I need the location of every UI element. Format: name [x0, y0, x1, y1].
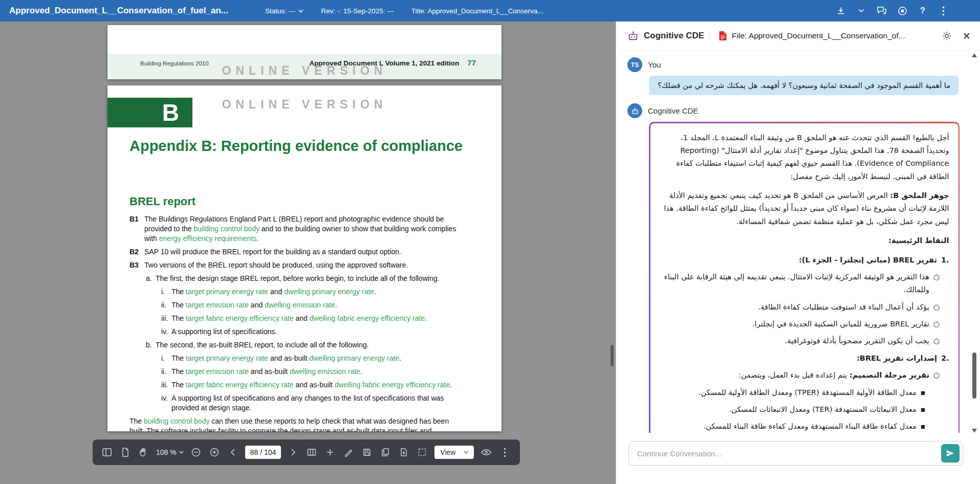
- document-scrollbar-thumb[interactable]: [611, 345, 614, 366]
- text-segment: .: [256, 234, 258, 243]
- link-target-primary-energy-rate[interactable]: target primary energy rate: [186, 288, 268, 296]
- chat-bubbles-icon: [877, 6, 887, 15]
- chat-scrollbar[interactable]: [972, 53, 977, 433]
- list-item-b-i: i. The target primary energy rate and as…: [161, 354, 457, 363]
- text-segment: يتم إعداده قبل بدء العمل، ويتضمن:: [738, 371, 850, 379]
- help-button[interactable]: ?: [917, 5, 929, 17]
- text-segment: .: [374, 288, 376, 296]
- gear-icon: [942, 31, 952, 41]
- chat-input[interactable]: [637, 449, 941, 458]
- snapshot-button[interactable]: [416, 446, 428, 458]
- cognitive-cde-logo-icon: [627, 30, 639, 41]
- active-file-chip[interactable]: File: Approved_Document_L__Conservation_…: [718, 31, 905, 41]
- page-number-input[interactable]: 88 / 104: [245, 446, 281, 459]
- link-dwelling-primary-energy-rate[interactable]: dwelling primary energy rate: [284, 288, 374, 296]
- sidebar-panel-icon: [102, 447, 112, 457]
- item-text: The building control body can then use t…: [129, 416, 457, 431]
- link-dwelling-emission-rate[interactable]: dwelling emission rate: [265, 301, 335, 309]
- sub-bullet-item: ▪ معدل كفاءة طاقة البناء المستهدفة ومعدل…: [660, 420, 949, 433]
- chat-input-row: [628, 441, 963, 466]
- view-mode-dropdown[interactable]: View: [434, 446, 474, 459]
- user-message: TS You ما أهمية القسم الموجود في الصفحة …: [627, 57, 980, 95]
- text-segment: .: [425, 314, 427, 322]
- appendix-heading: Appendix B: Reporting evidence of compli…: [129, 138, 463, 155]
- page-icon: [120, 447, 130, 457]
- zoom-out-button[interactable]: [190, 446, 202, 458]
- download-icon: [836, 6, 845, 15]
- link-energy-efficiency-requirements[interactable]: energy efficiency requirements: [159, 234, 256, 243]
- export-pages-button[interactable]: [398, 446, 410, 458]
- link-target-emission-rate[interactable]: target emission rate: [186, 301, 249, 309]
- pan-tool-button[interactable]: [138, 446, 150, 458]
- chat-scrollbar-thumb[interactable]: [972, 353, 976, 399]
- send-button[interactable]: [941, 444, 960, 463]
- bullet-item: ○ يؤكد أن أعمال البناء قد استوفت متطلبات…: [660, 301, 949, 314]
- circle-bullet-icon: ○: [933, 271, 940, 297]
- current-page: 88: [250, 448, 258, 456]
- chevron-left-icon: [230, 448, 235, 456]
- page-view-button[interactable]: [119, 446, 132, 458]
- topbar-metadata: Status: --- Rev: -: 15-Sep-2025: --- Tit…: [265, 7, 543, 15]
- chat-settings-button[interactable]: [941, 30, 953, 42]
- zoom-level-dropdown[interactable]: 108 %: [156, 448, 184, 456]
- link-target-fabric-energy-efficiency-rate[interactable]: target fabric energy efficiency rate: [186, 314, 294, 322]
- text-segment: جوهر الملحق B:: [890, 191, 949, 200]
- text-segment: The: [171, 381, 186, 389]
- square-bullet-icon: ▪: [921, 386, 926, 399]
- item-label: B1: [129, 214, 144, 244]
- more-options-button[interactable]: [937, 5, 949, 17]
- item-label: ii.: [161, 367, 171, 377]
- document-viewer[interactable]: Building Regulations 2010 Approved Docum…: [0, 21, 616, 484]
- bot-paragraph-core: جوهر الملحق B: الغرض الأساسي من الملحق B…: [660, 189, 949, 228]
- chat-panel-title: Cognitive CDE: [644, 31, 704, 41]
- save-button[interactable]: [361, 446, 373, 458]
- bullet-text: تقرير مرحلة التصميم: يتم إعداده قبل بدء …: [738, 369, 929, 382]
- total-pages: 104: [264, 448, 276, 456]
- link-target-fabric-energy-efficiency-rate[interactable]: target fabric energy efficiency rate: [186, 381, 294, 389]
- link-building-control-body[interactable]: building control body: [144, 417, 209, 425]
- copy-pages-button[interactable]: [379, 446, 391, 458]
- record-button[interactable]: [896, 5, 908, 17]
- zoom-in-button[interactable]: [208, 446, 221, 458]
- link-dwelling-fabric-energy-efficiency-rate[interactable]: dwelling fabric energy efficiency rate: [335, 381, 450, 389]
- list-item-a-i: i. The target primary energy rate and dw…: [161, 287, 457, 297]
- download-button[interactable]: [835, 5, 847, 17]
- scroll-down-arrow[interactable]: [972, 429, 977, 433]
- sign-document-button[interactable]: [342, 446, 355, 458]
- plus-icon: [326, 448, 334, 456]
- download-options-button[interactable]: [855, 5, 867, 17]
- scroll-up-arrow[interactable]: [972, 53, 977, 57]
- link-target-emission-rate[interactable]: target emission rate: [186, 367, 249, 376]
- user-message-bubble: ما أهمية القسم الموجود في الصفحة ثمانية …: [649, 76, 959, 95]
- add-page-button[interactable]: [324, 446, 336, 458]
- close-panel-button[interactable]: [961, 30, 973, 42]
- link-dwelling-emission-rate[interactable]: dwelling emission rate: [290, 367, 360, 376]
- link-dwelling-primary-energy-rate[interactable]: dwelling primary energy rate: [309, 354, 399, 362]
- close-icon: [963, 32, 970, 39]
- list-number: 2.: [941, 352, 949, 365]
- link-building-control-body[interactable]: building control body: [194, 225, 259, 233]
- link-dwelling-fabric-energy-efficiency-rate[interactable]: dwelling fabric energy efficiency rate: [310, 314, 425, 322]
- bot-message: Cognitive CDE أجل بالطبع! القسم الذي تتح…: [627, 103, 980, 433]
- link-target-primary-energy-rate[interactable]: target primary energy rate: [186, 354, 268, 362]
- chat-toggle-button[interactable]: [876, 5, 888, 17]
- document-page-main: B ONLINE VERSION Appendix B: Reporting e…: [107, 85, 502, 431]
- page-layout-button[interactable]: [306, 446, 318, 458]
- item-text: The target fabric energy efficiency rate…: [171, 380, 452, 390]
- preview-visibility-button[interactable]: [480, 446, 492, 458]
- item-label: i.: [161, 354, 171, 363]
- chat-message-list[interactable]: TS You ما أهمية القسم الموجود في الصفحة …: [616, 50, 980, 433]
- bot-name: Cognitive CDE: [648, 106, 698, 115]
- sub-bullet-item: ▪ معدل الطاقة الأولية المستهدفة (TPER) و…: [660, 386, 949, 399]
- document-scrollbar[interactable]: [610, 21, 614, 484]
- status-dropdown[interactable]: Status: ---: [265, 7, 303, 15]
- toolbar-more-button[interactable]: [498, 446, 511, 458]
- file-icon: [718, 31, 727, 41]
- user-name: You: [648, 60, 661, 69]
- text-segment: The: [129, 417, 144, 425]
- prev-page-button[interactable]: [227, 446, 239, 458]
- main-content: Building Regulations 2010 Approved Docum…: [0, 21, 980, 484]
- thumbnails-panel-button[interactable]: [101, 446, 113, 458]
- text-segment: and: [294, 314, 310, 322]
- next-page-button[interactable]: [287, 446, 299, 458]
